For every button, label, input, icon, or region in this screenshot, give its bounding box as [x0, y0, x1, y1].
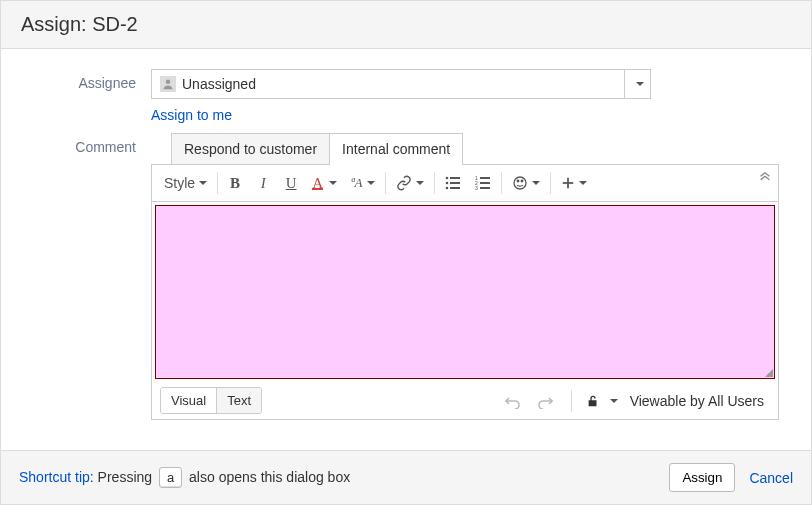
- svg-point-0: [166, 80, 171, 85]
- toolbar-separator: [434, 172, 435, 194]
- assignee-label: Assignee: [1, 69, 151, 123]
- numbered-list-icon: 123: [475, 175, 491, 191]
- bullet-list-icon: [445, 175, 461, 191]
- chevron-down-icon: [199, 181, 207, 185]
- numbered-list-button[interactable]: 123: [469, 169, 497, 197]
- editor-toolbar: Style B I U A ªA: [152, 165, 778, 202]
- assignee-display[interactable]: Unassigned: [151, 69, 625, 99]
- editor-mode-tabs: Visual Text: [160, 387, 262, 414]
- svg-rect-8: [480, 177, 490, 179]
- assignee-value: Unassigned: [182, 76, 256, 92]
- mode-text[interactable]: Text: [216, 388, 261, 413]
- person-icon: [160, 76, 176, 92]
- svg-point-14: [517, 180, 519, 182]
- chevron-down-icon: [532, 181, 540, 185]
- svg-rect-4: [450, 182, 460, 184]
- text-color-button[interactable]: A: [306, 169, 343, 197]
- assignee-field-wrap: Unassigned Assign to me: [151, 69, 779, 123]
- svg-point-13: [514, 177, 526, 189]
- text-color-icon: A: [312, 175, 323, 192]
- svg-point-5: [445, 187, 448, 190]
- svg-rect-6: [450, 187, 460, 189]
- style-label: Style: [164, 175, 195, 191]
- redo-button[interactable]: [533, 393, 557, 409]
- dialog-body: Assignee Unassigned Assign to me: [1, 49, 811, 450]
- collapse-toolbar-button[interactable]: [758, 171, 772, 185]
- svg-rect-2: [450, 177, 460, 179]
- assign-button[interactable]: Assign: [669, 463, 735, 492]
- tab-respond-to-customer[interactable]: Respond to customer: [172, 134, 330, 164]
- tip-text-after: also opens this dialog box: [185, 469, 350, 485]
- assignee-dropdown-button[interactable]: [625, 69, 651, 99]
- svg-rect-12: [480, 187, 490, 189]
- svg-text:3: 3: [475, 185, 478, 191]
- chevron-down-icon: [579, 181, 587, 185]
- comment-textarea[interactable]: [155, 205, 775, 379]
- clear-format-icon: ªA: [351, 175, 363, 191]
- rich-text-editor: Style B I U A ªA: [151, 164, 779, 420]
- chevron-down-icon: [329, 181, 337, 185]
- visibility-label: Viewable by All Users: [630, 393, 764, 409]
- chevron-down-icon: [610, 399, 618, 403]
- svg-point-3: [445, 182, 448, 185]
- italic-button[interactable]: I: [250, 169, 276, 197]
- mode-visual[interactable]: Visual: [161, 388, 216, 413]
- tip-text-before: Pressing: [94, 469, 156, 485]
- collapse-icon: [758, 171, 772, 185]
- undo-icon: [505, 393, 521, 409]
- undo-button[interactable]: [501, 393, 525, 409]
- dialog-footer: Shortcut tip: Pressing a also opens this…: [1, 450, 811, 504]
- bullet-list-button[interactable]: [439, 169, 467, 197]
- bold-button[interactable]: B: [222, 169, 248, 197]
- editor-footer: Visual Text: [152, 382, 778, 419]
- shortcut-key: a: [159, 467, 182, 488]
- resize-handle-icon[interactable]: [765, 369, 773, 377]
- link-icon: [396, 175, 412, 191]
- comment-tabs: Respond to customer Internal comment: [171, 133, 463, 164]
- assignee-row: Assignee Unassigned Assign to me: [1, 69, 791, 123]
- assignee-select[interactable]: Unassigned: [151, 69, 651, 99]
- comment-field-wrap: Respond to customer Internal comment Sty…: [151, 133, 779, 420]
- link-button[interactable]: [390, 169, 430, 197]
- emoji-button[interactable]: [506, 169, 546, 197]
- svg-point-1: [445, 177, 448, 180]
- emoji-icon: [512, 175, 528, 191]
- dialog-header: Assign: SD-2: [1, 1, 811, 49]
- svg-point-15: [521, 180, 523, 182]
- visibility-selector[interactable]: Viewable by All Users: [586, 393, 770, 409]
- redo-icon: [537, 393, 553, 409]
- footer-separator: [571, 390, 572, 412]
- underline-button[interactable]: U: [278, 169, 304, 197]
- svg-rect-10: [480, 182, 490, 184]
- unlock-icon: [586, 394, 600, 408]
- insert-more-button[interactable]: [555, 169, 593, 197]
- comment-row: Comment Respond to customer Internal com…: [1, 133, 791, 420]
- tip-label: Shortcut tip:: [19, 469, 94, 485]
- toolbar-separator: [550, 172, 551, 194]
- assign-to-me-link[interactable]: Assign to me: [151, 107, 779, 123]
- assign-dialog: Assign: SD-2 Assignee Unassigned Assig: [0, 0, 812, 505]
- toolbar-separator: [385, 172, 386, 194]
- chevron-down-icon: [636, 82, 644, 86]
- chevron-down-icon: [416, 181, 424, 185]
- chevron-down-icon: [367, 181, 375, 185]
- clear-formatting-button[interactable]: ªA: [345, 169, 381, 197]
- plus-icon: [561, 176, 575, 190]
- cancel-link[interactable]: Cancel: [749, 470, 793, 486]
- toolbar-separator: [501, 172, 502, 194]
- toolbar-separator: [217, 172, 218, 194]
- tab-internal-comment[interactable]: Internal comment: [330, 134, 462, 165]
- dialog-title: Assign: SD-2: [21, 13, 138, 35]
- style-dropdown[interactable]: Style: [158, 169, 213, 197]
- shortcut-tip: Shortcut tip: Pressing a also opens this…: [19, 467, 350, 488]
- comment-label: Comment: [1, 133, 151, 420]
